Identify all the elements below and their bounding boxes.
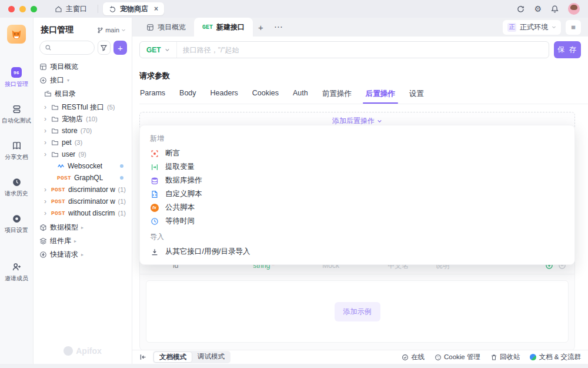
doc-tab-new-api[interactable]: GET 新建接口 [194, 18, 253, 37]
tree-item-discriminator-2[interactable]: › POST discriminator with... (1) [36, 195, 129, 207]
api-editor: GET 保 存 请求参数 Params Body Headers Cookies… [132, 37, 588, 350]
tree-item-count: (5) [107, 104, 115, 111]
filter-button[interactable] [98, 41, 111, 55]
tree-item-apis[interactable]: 接口 ▾ [36, 74, 129, 86]
tree-folder-petshop[interactable]: › 宠物店 (10) [36, 113, 129, 125]
cookie-icon [435, 354, 442, 361]
method-badge: POST [57, 175, 71, 181]
menu-item-custom-script[interactable]: 自定义脚本 [140, 187, 574, 201]
folder-icon [51, 104, 59, 111]
tree-item-label: GraphQL [74, 174, 103, 182]
menu-item-database-operation[interactable]: 数据库操作 [140, 174, 574, 187]
rail-label: 接口管理 [5, 80, 28, 88]
chevron-right-icon: › [44, 127, 48, 134]
extract-variable-icon [150, 163, 159, 171]
window-tab-project[interactable]: 宠物商店 × [103, 2, 164, 15]
tree-item-without-discriminator[interactable]: › POST without discrimin... (1) [36, 207, 129, 219]
menu-item-wait-time[interactable]: 等待时间 [140, 214, 574, 228]
tree-item-label: 组件库 [50, 236, 71, 246]
close-tab-icon[interactable]: × [154, 5, 158, 13]
window-tab-main[interactable]: 主窗口 [49, 2, 93, 15]
tab-post-actions[interactable]: 后置操作 [365, 87, 396, 104]
invite-member-icon [12, 261, 22, 272]
tree-folder-restful[interactable]: › RESTful 接口 (5) [36, 101, 129, 113]
minimize-window-icon[interactable] [19, 6, 26, 12]
folder-icon [51, 115, 59, 123]
rail-item-invite-members[interactable]: 邀请成员 [5, 261, 28, 283]
tree-item-count: (1) [118, 210, 126, 217]
new-tab-button[interactable]: + [253, 22, 269, 32]
gear-icon[interactable]: ⚙ [534, 4, 542, 14]
tab-auth[interactable]: Auth [292, 87, 309, 104]
save-button[interactable]: 保 存 [554, 41, 581, 58]
tree-folder-store[interactable]: › store (70) [36, 125, 129, 137]
folder-icon [51, 127, 59, 135]
tree-item-data-models[interactable]: 数据模型 ▸ [36, 221, 129, 233]
tree-folder-pet[interactable]: › pet (3) [36, 137, 129, 148]
tree-item-root-folder[interactable]: 根目录 [36, 88, 129, 100]
debug-mode-button[interactable]: 调试模式 [192, 352, 230, 363]
add-api-button[interactable]: + [113, 41, 127, 55]
api-path-input[interactable] [177, 46, 549, 54]
refresh-icon[interactable] [516, 5, 525, 14]
folder-icon [51, 139, 59, 147]
tab-pre-actions[interactable]: 前置操作 [322, 87, 352, 104]
tab-settings[interactable]: 设置 [409, 87, 425, 104]
method-badge: POST [51, 187, 65, 193]
close-window-icon[interactable] [8, 6, 15, 12]
online-status[interactable]: 在线 [402, 353, 425, 362]
doc-tab-project-overview[interactable]: 项目概览 [138, 18, 194, 37]
rail-item-share-docs[interactable]: 分享文档 [5, 140, 28, 161]
tree-item-label: without discrimin... [68, 209, 115, 217]
tree-folder-user[interactable]: › user (9) [36, 148, 129, 160]
method-select[interactable]: GET [140, 42, 177, 58]
more-tabs-button[interactable]: ⋯ [269, 22, 288, 32]
menu-item-assertion[interactable]: 断言 [140, 147, 574, 160]
tab-params[interactable]: Params [139, 87, 166, 104]
tree-item-label: 数据模型 [50, 223, 78, 233]
rail-item-api-management[interactable]: 96 接口管理 [5, 67, 28, 88]
divider [98, 5, 98, 13]
recycle-bin[interactable]: 回收站 [490, 353, 520, 362]
environment-selector[interactable]: 正 正式环境 [503, 20, 561, 35]
public-script-icon: fx [150, 203, 159, 212]
environment-badge: 正 [507, 23, 516, 32]
tab-body[interactable]: Body [179, 87, 197, 104]
add-example-button[interactable]: 添加示例 [335, 302, 380, 321]
rail-item-request-history[interactable]: 请求历史 [5, 177, 28, 198]
tree-item-count: (1) [118, 198, 126, 205]
branch-selector[interactable]: main [97, 26, 126, 34]
rail-item-automation-test[interactable]: 自动化测试 [2, 104, 31, 125]
tree-item-discriminator-1[interactable]: › POST discriminator with... (1) [36, 184, 129, 195]
method-value: GET [146, 46, 161, 54]
tab-cookies[interactable]: Cookies [252, 87, 279, 104]
menu-item-import-from-api[interactable]: 从其它接口/用例/目录导入 [140, 245, 574, 258]
menu-item-extract-variable[interactable]: 提取变量 [140, 160, 574, 174]
docs-community[interactable]: 文档 & 交流群 [530, 353, 581, 362]
doc-tab-label: 项目概览 [158, 22, 186, 32]
user-avatar[interactable] [568, 3, 580, 15]
tree-item-graphql[interactable]: POST GraphQL [36, 172, 129, 184]
cookie-manager[interactable]: Cookie 管理 [435, 353, 480, 362]
rail-item-project-settings[interactable]: 项目设置 [5, 213, 28, 234]
window-titlebar: 主窗口 宠物商店 × ⚙ [0, 0, 588, 18]
tree-item-component-library[interactable]: 组件库 ▸ [36, 235, 129, 247]
quick-request-icon [39, 251, 47, 258]
api-tree-panel: 接口管理 main + 项目概览 [34, 18, 132, 364]
menu-item-public-script[interactable]: fx 公共脚本 [140, 201, 574, 214]
search-input[interactable] [54, 44, 89, 51]
tree-item-websocket[interactable]: Websocket [36, 160, 129, 172]
maximize-window-icon[interactable] [31, 6, 37, 12]
tree-item-quick-request[interactable]: 快捷请求 ▸ [36, 248, 129, 260]
unsaved-dot [120, 164, 123, 168]
tab-headers[interactable]: Headers [210, 87, 239, 104]
tree-search-box[interactable] [39, 41, 95, 55]
tree-item-project-overview[interactable]: 项目概览 [36, 61, 129, 72]
database-icon [150, 176, 159, 185]
doc-mode-button[interactable]: 文档模式 [153, 352, 192, 363]
apifox-logo[interactable] [7, 25, 26, 44]
recycle-bin-label: 回收站 [500, 353, 520, 362]
collapse-sidebar-icon[interactable] [139, 353, 147, 361]
bell-icon[interactable] [550, 5, 559, 14]
layout-menu-button[interactable]: ≡ [566, 20, 581, 35]
